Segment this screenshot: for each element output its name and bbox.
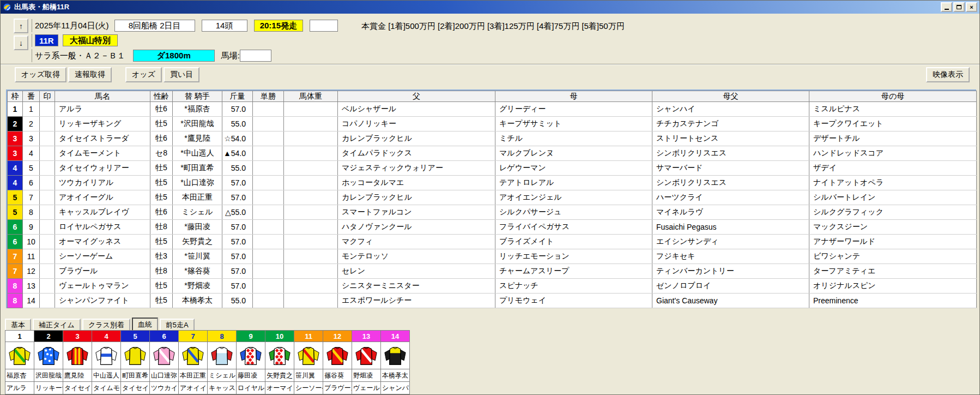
column-header-13: 母の母 [809, 91, 977, 102]
silk-cell-11[interactable]: 11 笹川翼シーソーゲーム [294, 331, 323, 394]
column-header-11: 母 [495, 91, 652, 102]
silk-cell-10[interactable]: 10 矢野貴之オーマイグッネス [265, 331, 294, 394]
prize-money: 本賞金 [1着]500万円 [2着]200万円 [3着]125万円 [4着]75… [361, 21, 625, 32]
toolbar-button-2[interactable]: 速報取得 [68, 67, 112, 82]
tab-5[interactable]: 前5走A [160, 319, 195, 330]
video-display-button[interactable]: 映像表示 [926, 67, 970, 82]
table-row[interactable]: 69ロイヤルペガサス牡8*藤田凌57.0ハタノヴァンクールフライバイペガサスFu… [8, 220, 977, 235]
cell-win_odds [253, 294, 284, 308]
frame-number: 1 [5, 331, 34, 342]
cell-horse_weight [284, 279, 338, 294]
next-race-button[interactable]: ↓ [14, 35, 28, 50]
toolbar-button-3[interactable]: オッズ [125, 67, 162, 82]
cell-sex_age: 牡8 [150, 220, 173, 235]
horse-name: アオイイーグル [179, 382, 207, 394]
cell-waku: 5 [8, 190, 23, 205]
column-header-12: 母父 [652, 91, 809, 102]
cell-dams_dam: シルバートレイン [809, 190, 977, 205]
tab-3[interactable]: クラス別着 [82, 319, 130, 330]
silk-cell-14[interactable]: 14 本橋孝太シャンパンファイト [381, 331, 410, 394]
tab-1[interactable]: 基本 [5, 319, 31, 330]
cell-mark [40, 249, 55, 264]
cell-win_odds [253, 235, 284, 249]
table-row[interactable]: 34タイムモーメントセ8*中山遥人▲54.0タイムパラドックスマルクブレンヌシン… [8, 146, 977, 161]
column-header-10: 父 [338, 91, 495, 102]
table-row[interactable]: 813ヴェールトゥマラン牡5*野畑凌57.0シニスターミニスタースピナッチゼンノ… [8, 279, 977, 294]
cell-dam: グリーディー [495, 102, 652, 117]
meeting-box: 8回船橋 2日目 [114, 20, 195, 32]
track-condition-label: 馬場: [221, 51, 240, 61]
table-row[interactable]: 711シーソーゲーム牡3*笹川翼57.0モンテロッソリッチエモーションフジキセキ… [8, 249, 977, 264]
cell-num: 10 [23, 235, 40, 249]
frame-number: 9 [237, 331, 265, 342]
horse-name: シャンパンファイト [381, 382, 409, 394]
cell-damsire: フジキセキ [652, 249, 809, 264]
toolbar-button-1[interactable]: オッズ取得 [15, 67, 66, 82]
table-row[interactable]: 57アオイイーグル牡5本田正重57.0カレンブラックヒルアオイエンジェルハーツク… [8, 190, 977, 205]
silk-cell-2[interactable]: 2 沢田龍哉リッキーザキング [34, 331, 63, 394]
silk-cell-13[interactable]: 13 野畑凌ヴェールトゥマラン [352, 331, 381, 394]
cell-damsire: ティンバーカントリー [652, 264, 809, 279]
table-row[interactable]: 712ブラヴール牡8*篠谷葵57.0セレンチャームアスリープティンバーカントリー… [8, 264, 977, 279]
frame-number: 11 [294, 331, 323, 342]
cell-dam: レゲウーマン [495, 161, 652, 176]
silk-cell-6[interactable]: 6 山口達弥ツウカイリアル [150, 331, 179, 394]
cell-weight: 57.0 [222, 190, 253, 205]
table-row[interactable]: 45タイセイウォリアー牡5*町田直希55.0マジェスティックウォリアーレゲウーマ… [8, 161, 977, 176]
table-row[interactable]: 58キャッスルブレイヴ牡6ミシェル△55.0スマートファルコンシルクパサージュマ… [8, 205, 977, 220]
cell-name: ロイヤルペガサス [55, 220, 150, 235]
silk-cell-3[interactable]: 3 鷹見陸タイセイストラーダ [63, 331, 92, 394]
maximize-button[interactable] [953, 2, 965, 12]
cell-mark [40, 161, 55, 176]
cell-num: 9 [23, 220, 40, 235]
horse-name: タイムモーメント [92, 382, 120, 394]
cell-sire: コパノリッキー [338, 117, 495, 131]
frame-number: 14 [381, 331, 409, 342]
table-row[interactable]: 610オーマイグッネス牡5矢野貴之57.0マクフィブライズメイトエイシンサンディ… [8, 235, 977, 249]
table-row[interactable]: 11アルラ牡6*福原杏57.0ベルシャザールグリーディーシャンハイミスルピナス [8, 102, 977, 117]
header-empty-box [310, 20, 338, 32]
cell-sire: タイムパラドックス [338, 146, 495, 161]
cell-name: リッキーザキング [55, 117, 150, 131]
toolbar-button-4[interactable]: 買い目 [164, 67, 199, 82]
silk-cell-7[interactable]: 7 本田正重アオイイーグル [179, 331, 208, 394]
table-row[interactable]: 22リッキーザキング牡5*沢田龍哉55.0コパノリッキーキープザサミットチチカス… [8, 117, 977, 131]
table-row[interactable]: 46ツウカイリアル牡5*山口達弥57.0ホッコータルマエテアトロレアルシンボリク… [8, 176, 977, 190]
minimize-button[interactable] [941, 2, 952, 12]
cell-dams_dam: ハンドレッドスコア [809, 146, 977, 161]
cell-weight: ☆54.0 [222, 131, 253, 146]
cell-sex_age: 牡6 [150, 131, 173, 146]
silk-cell-12[interactable]: 12 篠谷葵ブラヴール [323, 331, 352, 394]
table-body: 11アルラ牡6*福原杏57.0ベルシャザールグリーディーシャンハイミスルピナス2… [8, 102, 977, 308]
frame-number: 6 [150, 331, 178, 342]
close-button[interactable]: × [966, 2, 977, 12]
table-row[interactable]: 33タイセイストラーダ牡6*鷹見陸☆54.0カレンブラックヒルミチルストリートセ… [8, 131, 977, 146]
cell-num: 7 [23, 190, 40, 205]
silk-cell-4[interactable]: 4 中山遥人タイムモーメント [92, 331, 121, 394]
cell-sire: マジェスティックウォリアー [338, 161, 495, 176]
cell-num: 4 [23, 146, 40, 161]
silk-cell-9[interactable]: 9 藤田凌ロイヤルペガサス [237, 331, 265, 394]
cell-jockey: *鷹見陸 [173, 131, 222, 146]
frame-number: 8 [208, 331, 236, 342]
silk-cell-1[interactable]: 1 福原杏アルラ [5, 331, 34, 394]
cell-dam: チャームアスリープ [495, 264, 652, 279]
prev-race-button[interactable]: ↑ [14, 19, 28, 33]
horse-name: オーマイグッネス [265, 382, 294, 394]
tab-2[interactable]: 補正タイム [33, 319, 81, 330]
cell-dams_dam: マックスジーン [809, 220, 977, 235]
cell-dams_dam: ザデイ [809, 161, 977, 176]
cell-horse_weight [284, 205, 338, 220]
cell-sire: エスポワールシチー [338, 294, 495, 308]
tab-4[interactable]: 血統 [132, 318, 158, 330]
cell-name: タイセイウォリアー [55, 161, 150, 176]
cell-weight: 57.0 [222, 176, 253, 190]
horse-name: タイセイストラーダ [63, 382, 92, 394]
table-row[interactable]: 814シャンパンファイト牡5本橋孝太55.0エスポワールシチープリモウェイGia… [8, 294, 977, 308]
silk-cell-8[interactable]: 8 ミシェルキャッスルブレイヴ [208, 331, 237, 394]
cell-horse_weight [284, 117, 338, 131]
cell-jockey: *山口達弥 [173, 176, 222, 190]
cell-dam: プリモウェイ [495, 294, 652, 308]
silk-cell-5[interactable]: 5 町田直希タイセイウォリアー [121, 331, 150, 394]
cell-jockey: *篠谷葵 [173, 264, 222, 279]
